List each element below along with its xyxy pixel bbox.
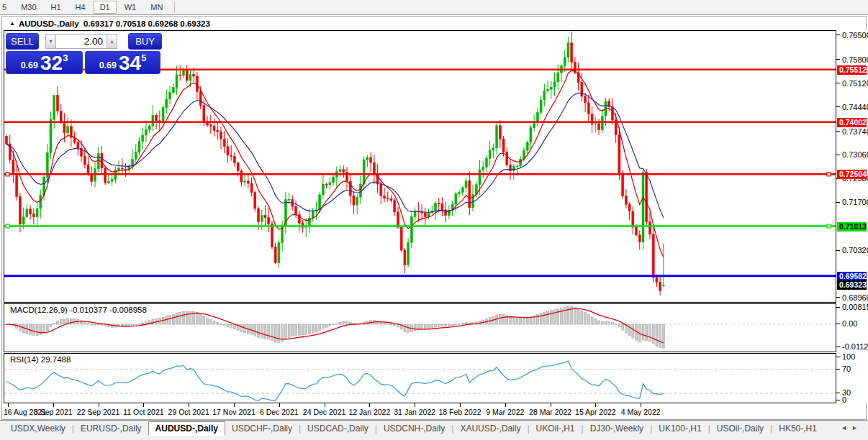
tab-usdcnh-daily[interactable]: USDCNH-,Daily: [377, 422, 451, 435]
price-axis-tick: [836, 35, 840, 35]
tab-scroll-buttons: ◄►: [841, 422, 868, 431]
date-axis-tick: [99, 403, 99, 407]
tab-scroll-right-icon[interactable]: ►: [851, 424, 862, 431]
tab-hk50-h1[interactable]: HK50-,H1: [772, 422, 823, 435]
chart-ohlc-values: 0.69317 0.70518 0.69268 0.69323: [83, 19, 210, 28]
rsi-chart: [4, 354, 836, 403]
date-axis-tick: [505, 403, 506, 407]
tab-usdchf-daily[interactable]: USDCHF-,Daily: [225, 422, 299, 435]
rsi-axis-tick: [836, 369, 840, 370]
tab-uk100-h1[interactable]: UK100-,H1: [652, 422, 707, 435]
macd-axis-tick: [836, 307, 840, 308]
price-axis-label: 0.70320: [842, 246, 868, 255]
volume-input[interactable]: [56, 34, 107, 49]
rsi-axis-tick: [836, 400, 840, 400]
date-axis-label: 18 Feb 2022: [439, 408, 482, 416]
tab-dj30-weekly[interactable]: DJ30-,Weekly: [584, 422, 650, 435]
tab-audusd-daily[interactable]: AUDUSD-,Daily: [148, 421, 225, 436]
tab-usoil-daily[interactable]: USOil-,Daily: [710, 422, 770, 435]
price-line-badge: 0.72504: [837, 170, 867, 179]
trading-app: 5M30H1H4D1W1MN ▲AUDUSD-,Daily 0.69317 0.…: [0, 0, 868, 440]
tab-ukoil-h1[interactable]: UKOil-,H1: [530, 422, 582, 435]
rsi-label: RSI(14) 29.7488: [10, 355, 71, 364]
price-scale[interactable]: 0.765000.758000.751200.744400.737400.730…: [836, 30, 867, 403]
line-handle[interactable]: [827, 224, 831, 228]
rsi-axis-label: 70: [842, 365, 851, 373]
timeframe-toolbar: 5M30H1H4D1W1MN: [0, 0, 868, 15]
date-axis-tick: [641, 403, 641, 407]
ma-fast-line: [6, 70, 664, 257]
date-axis-label: 28 Mar 2022: [529, 408, 571, 416]
date-axis-label: 11 Oct 2021: [123, 408, 163, 416]
sell-price-small: 0.69: [21, 60, 38, 70]
ma-slow-line: [6, 93, 664, 217]
date-axis-tick: [325, 403, 325, 407]
price-axis-label: 0.68960: [842, 293, 868, 302]
price-axis-tick: [836, 202, 840, 203]
chart-symbol-label: AUDUSD-,Daily: [19, 19, 79, 28]
macd-axis-tick: [836, 347, 840, 347]
buy-price-box[interactable]: 0.69 34 5: [85, 51, 161, 74]
date-axis-label: 24 Dec 2021: [303, 408, 346, 416]
line-handle[interactable]: [6, 173, 9, 176]
sell-price-box[interactable]: 0.69 32 3: [6, 51, 83, 74]
rsi-axis-tick: [836, 393, 840, 393]
price-axis-tick: [836, 83, 840, 83]
price-axis-tick: [836, 250, 840, 251]
collapse-triangle-icon[interactable]: ▲: [9, 20, 15, 27]
timeframe-button-MN[interactable]: MN: [144, 1, 169, 14]
buy-button[interactable]: BUY: [128, 33, 162, 50]
tab-usdx-weekly[interactable]: USDX,Weekly: [4, 422, 72, 435]
price-axis-label: 0.73740: [842, 127, 868, 136]
tab-eurusd-daily[interactable]: EURUSD-,Daily: [74, 422, 148, 435]
date-axis-label: 3 Sep 2021: [34, 408, 73, 416]
date-axis-tick: [8, 403, 9, 407]
macd-panel[interactable]: MACD(12,26,9) -0.010377 -0.008958: [4, 303, 836, 352]
price-axis-label: 0.71700: [842, 198, 868, 206]
tab-xauusd-daily[interactable]: XAUUSD-,Daily: [453, 422, 527, 435]
price-line-badge: 0.69323: [837, 280, 867, 290]
date-axis-tick: [53, 403, 54, 407]
spread-decrease-button[interactable]: ▼: [45, 34, 56, 49]
rsi-axis-label: 0: [842, 395, 846, 404]
date-axis-tick: [415, 403, 415, 407]
chart-window: ▲AUDUSD-,Daily 0.69317 0.70518 0.69268 0…: [1, 16, 867, 420]
date-axis-label: 31 Jan 2022: [394, 408, 435, 416]
line-handle[interactable]: [827, 173, 831, 176]
price-line-badge: 0.71013: [837, 222, 867, 232]
sell-price-sup: 3: [63, 52, 68, 63]
timeframe-button-D1[interactable]: D1: [94, 1, 117, 14]
date-axis-tick: [234, 403, 235, 407]
macd-axis-label: -0.01126: [842, 342, 868, 351]
rsi-axis-label: 100: [842, 352, 855, 361]
tab-scroll-left-icon[interactable]: ◄: [841, 424, 851, 431]
date-axis-label: 22 Sep 2021: [77, 408, 120, 416]
buy-price-big: 34: [119, 53, 141, 73]
date-axis[interactable]: 16 Aug 20213 Sep 202122 Sep 202111 Oct 2…: [4, 403, 836, 419]
price-line-badge: 0.69582: [837, 272, 867, 281]
price-line-badge: 0.75512: [837, 65, 867, 75]
price-axis-label: 0.74440: [842, 103, 868, 111]
price-axis-tick: [836, 106, 840, 107]
date-axis-label: 29 Oct 2021: [168, 408, 209, 416]
tab-usdcad-daily[interactable]: USDCAD-,Daily: [301, 422, 375, 435]
date-axis-label: 17 Nov 2021: [212, 408, 256, 416]
timeframe-button-W1[interactable]: W1: [118, 1, 143, 14]
timeframe-button-M30[interactable]: M30: [14, 1, 42, 14]
date-axis-tick: [189, 403, 189, 407]
date-axis-label: 15 Apr 2022: [575, 408, 616, 416]
chart-tab-bar: USDX,Weekly|EURUSD-,DailyAUDUSD-,DailyUS…: [0, 420, 868, 440]
price-axis-tick: [836, 59, 840, 60]
macd-label: MACD(12,26,9) -0.010377 -0.008958: [10, 306, 147, 314]
sell-button[interactable]: SELL: [6, 33, 39, 50]
date-axis-tick: [143, 403, 144, 407]
timeframe-button-H1[interactable]: H1: [45, 1, 68, 14]
timeframe-button-5[interactable]: 5: [0, 1, 13, 14]
price-axis-label: 0.73060: [842, 150, 868, 159]
spread-increase-button[interactable]: ▲: [107, 34, 117, 49]
price-axis-label: 0.75120: [842, 79, 868, 88]
line-handle[interactable]: [6, 224, 9, 228]
date-axis-tick: [460, 403, 461, 407]
timeframe-button-H4[interactable]: H4: [69, 1, 92, 14]
rsi-panel[interactable]: RSI(14) 29.7488: [4, 353, 836, 403]
